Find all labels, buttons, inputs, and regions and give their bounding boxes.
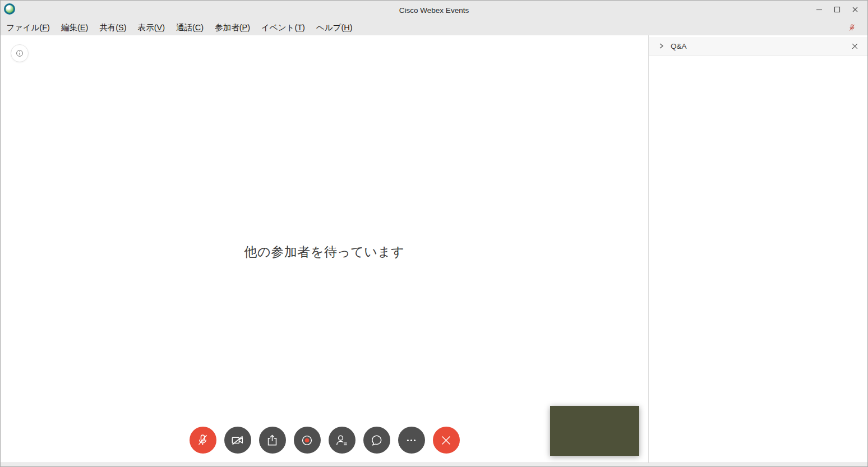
self-view-video[interactable] (550, 406, 639, 456)
qa-panel-header: Q&A (649, 37, 867, 56)
participants-icon (334, 433, 349, 448)
record-button[interactable] (294, 427, 321, 454)
maximize-icon (834, 6, 841, 13)
qa-panel-title: Q&A (671, 42, 850, 50)
menu-view[interactable]: 表示V (132, 22, 170, 35)
chevron-right-icon (658, 43, 664, 49)
menu-share[interactable]: 共有S (94, 22, 132, 35)
menu-event[interactable]: イベントT (256, 22, 311, 35)
window-title: Cisco Webex Events (399, 6, 469, 15)
info-icon (15, 48, 25, 58)
video-button[interactable] (224, 427, 251, 454)
close-icon (852, 6, 858, 13)
qa-close-button[interactable] (850, 41, 860, 51)
menubar: ファイルF 編集E 共有S 表示V 通話C 参加者P イベントT ヘルプH (1, 21, 867, 35)
close-window-button[interactable] (846, 2, 864, 17)
content-area: 他の参加者を待っています (1, 35, 867, 463)
record-icon (299, 433, 315, 448)
menu-participants[interactable]: 参加者P (209, 22, 256, 35)
menu-file[interactable]: ファイルF (6, 22, 56, 35)
more-button[interactable] (398, 427, 425, 454)
meeting-control-bar (190, 427, 460, 454)
leave-button[interactable] (433, 427, 460, 454)
bottom-strip (1, 463, 867, 466)
share-icon (265, 433, 280, 448)
participants-button[interactable] (329, 427, 355, 454)
mic-muted-icon (195, 433, 210, 448)
webex-window: Cisco Webex Events ファイルF 編集E 共有S 表示 (0, 0, 868, 467)
muted-mic-icon (848, 23, 856, 33)
titlebar: Cisco Webex Events (1, 1, 867, 21)
chat-button[interactable] (363, 427, 390, 454)
qa-collapse-button[interactable] (657, 41, 666, 50)
close-icon (851, 43, 858, 50)
close-icon (438, 433, 454, 448)
webex-logo-icon (4, 3, 15, 15)
menu-call[interactable]: 通話C (170, 22, 209, 35)
qa-panel: Q&A (649, 35, 867, 463)
meeting-info-button[interactable] (11, 44, 29, 62)
chat-icon (369, 433, 384, 448)
menu-edit[interactable]: 編集E (56, 22, 94, 35)
meeting-stage: 他の参加者を待っています (1, 35, 649, 463)
maximize-button[interactable] (828, 2, 846, 17)
window-controls (810, 2, 864, 17)
menu-help[interactable]: ヘルプH (311, 22, 358, 35)
minimize-button[interactable] (810, 2, 828, 17)
more-icon (404, 433, 419, 448)
video-off-icon (230, 433, 245, 448)
mute-button[interactable] (190, 427, 216, 454)
minimize-icon (816, 6, 823, 13)
waiting-message: 他の参加者を待っています (1, 243, 648, 261)
share-button[interactable] (259, 427, 286, 454)
qa-panel-body (649, 56, 867, 463)
